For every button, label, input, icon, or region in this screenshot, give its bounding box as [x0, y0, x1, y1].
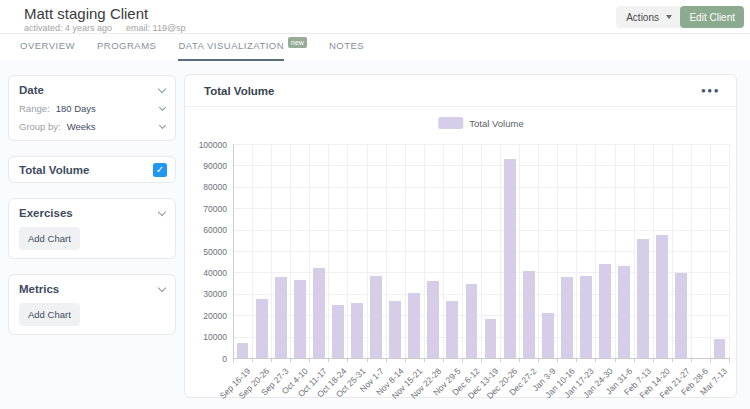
- bar-mar-7-13[interactable]: [714, 339, 726, 358]
- bar-dec-6-12[interactable]: [466, 284, 478, 358]
- chart-plot-area: Total Volume0100002000030000400005000060…: [185, 107, 736, 397]
- y-axis-line: [233, 144, 234, 362]
- exercises-panel-title: Exercises: [19, 207, 73, 219]
- metrics-panel: Metrics Add Chart: [8, 274, 176, 335]
- bar-oct-25-31[interactable]: [351, 303, 363, 358]
- groupby-value: Weeks: [67, 121, 160, 132]
- caret-down-icon: [666, 15, 672, 19]
- chevron-down-icon: [158, 207, 166, 215]
- total-volume-checkbox[interactable]: ✓: [153, 163, 167, 177]
- bar-feb-21-27[interactable]: [675, 273, 687, 358]
- bar-nov-1-7[interactable]: [370, 276, 382, 358]
- x-gridline: [481, 144, 482, 358]
- bar-sep-16-19[interactable]: [237, 343, 249, 358]
- main-content: Date Range: 180 Days Group by: Weeks Tot…: [0, 61, 750, 409]
- total-volume-chart-card: Total Volume ●●● Total Volume01000020000…: [184, 74, 737, 398]
- legend-label: Total Volume: [469, 118, 523, 129]
- tab-label: NOTES: [329, 40, 364, 61]
- x-gridline: [729, 144, 730, 358]
- actions-button-label: Actions: [626, 12, 659, 23]
- tab-overview[interactable]: OVERVIEW: [20, 40, 75, 61]
- x-gridline: [538, 144, 539, 358]
- metrics-add-chart-button[interactable]: Add Chart: [19, 303, 80, 326]
- tab-data-visualization[interactable]: DATA VISUALIZATIONnew: [178, 40, 306, 61]
- y-axis-tick-label: 0: [187, 354, 227, 364]
- x-gridline: [328, 144, 329, 358]
- page-title: Matt staging Client: [24, 5, 148, 22]
- x-gridline: [405, 144, 406, 358]
- y-axis-tick-label: 60000: [187, 225, 227, 235]
- bar-sep-27-3[interactable]: [275, 277, 287, 358]
- x-gridline: [443, 144, 444, 358]
- bar-dec-27-2[interactable]: [523, 271, 535, 358]
- x-gridline: [500, 144, 501, 358]
- x-gridline: [271, 144, 272, 358]
- y-axis-tick-label: 40000: [187, 268, 227, 278]
- bar-dec-20-26[interactable]: [504, 159, 516, 358]
- bar-nov-22-28[interactable]: [427, 281, 439, 358]
- bar-nov-15-21[interactable]: [408, 293, 420, 358]
- bar-feb-7-13[interactable]: [637, 239, 649, 358]
- bar-sep-20-26[interactable]: [256, 299, 268, 358]
- bar-jan-17-23[interactable]: [580, 276, 592, 358]
- y-axis-tick-label: 30000: [187, 289, 227, 299]
- x-gridline: [576, 144, 577, 358]
- chevron-down-icon: [158, 283, 166, 291]
- bar-jan-10-16[interactable]: [561, 277, 573, 358]
- y-axis-tick-label: 80000: [187, 182, 227, 192]
- date-panel-header[interactable]: Date: [19, 84, 165, 96]
- groupby-select[interactable]: Group by: Weeks: [19, 121, 165, 132]
- bar-nov-8-14[interactable]: [389, 301, 401, 358]
- exercises-add-chart-button[interactable]: Add Chart: [19, 227, 80, 250]
- x-gridline: [290, 144, 291, 358]
- bar-oct-18-24[interactable]: [332, 305, 344, 359]
- range-select[interactable]: Range: 180 Days: [19, 103, 165, 114]
- tab-notes[interactable]: NOTES: [329, 40, 364, 61]
- app-header: Matt staging Client activated: 4 years a…: [0, 0, 750, 34]
- range-label: Range:: [19, 103, 50, 114]
- tab-label: DATA VISUALIZATION: [178, 40, 284, 61]
- metrics-panel-header[interactable]: Metrics: [19, 283, 165, 295]
- bar-nov-29-5[interactable]: [446, 301, 458, 358]
- metrics-panel-title: Metrics: [19, 283, 59, 295]
- exercises-panel: Exercises Add Chart: [8, 198, 176, 259]
- x-gridline: [653, 144, 654, 358]
- x-gridline: [691, 144, 692, 358]
- exercises-panel-header[interactable]: Exercises: [19, 207, 165, 219]
- bar-oct-4-10[interactable]: [294, 280, 306, 358]
- bar-jan-31-6[interactable]: [618, 266, 630, 358]
- bar-feb-14-20[interactable]: [656, 235, 668, 358]
- ellipsis-menu-icon[interactable]: ●●●: [701, 86, 720, 95]
- chevron-down-icon: [159, 104, 166, 111]
- x-gridline: [595, 144, 596, 358]
- date-panel: Date Range: 180 Days Group by: Weeks: [8, 75, 176, 141]
- y-axis-tick-label: 10000: [187, 332, 227, 342]
- range-value: 180 Days: [56, 103, 160, 114]
- y-axis-tick-label: 90000: [187, 161, 227, 171]
- bar-oct-11-17[interactable]: [313, 268, 325, 358]
- edit-client-button[interactable]: Edit Client: [680, 6, 744, 28]
- x-gridline: [309, 144, 310, 358]
- bar-jan-3-9[interactable]: [542, 313, 554, 358]
- total-volume-panel: Total Volume ✓: [8, 156, 176, 183]
- tab-label: OVERVIEW: [20, 40, 75, 61]
- chart-card-title: Total Volume: [204, 85, 275, 97]
- x-gridline: [519, 144, 520, 358]
- chevron-down-icon: [158, 84, 166, 92]
- x-gridline: [615, 144, 616, 358]
- y-axis-tick-label: 50000: [187, 247, 227, 257]
- tab-label: PROGRAMS: [97, 40, 156, 61]
- x-gridline: [710, 144, 711, 358]
- actions-button[interactable]: Actions: [616, 6, 682, 28]
- chart-settings-sidebar: Date Range: 180 Days Group by: Weeks Tot…: [8, 75, 176, 350]
- x-gridline: [386, 144, 387, 358]
- client-activated: activated: 4 years ago: [24, 23, 112, 33]
- chart-legend[interactable]: Total Volume: [438, 117, 523, 129]
- x-gridline: [634, 144, 635, 358]
- tab-programs[interactable]: PROGRAMS: [97, 40, 156, 61]
- x-gridline: [672, 144, 673, 358]
- bar-jan-24-30[interactable]: [599, 264, 611, 358]
- chevron-down-icon: [159, 122, 166, 129]
- y-axis-tick-label: 70000: [187, 204, 227, 214]
- bar-dec-13-19[interactable]: [485, 319, 497, 358]
